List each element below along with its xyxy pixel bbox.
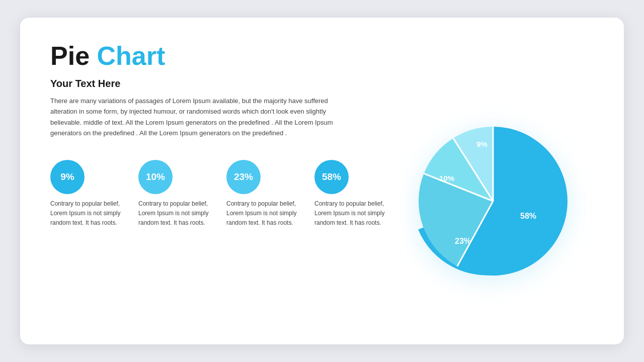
content-area: Your Text Here There are many variations…	[50, 78, 594, 324]
stat-desc-3: Contrary to popular belief, Lorem Ipsum …	[314, 199, 392, 228]
pie-label-23: 23%	[455, 237, 471, 245]
stat-item-1: 10% Contrary to popular belief, Lorem Ip…	[138, 160, 216, 228]
page-title: Pie Chart	[50, 43, 594, 69]
stat-circle-2: 23%	[226, 160, 261, 194]
stat-percent-0: 9%	[60, 171, 74, 183]
stat-item-3: 58% Contrary to popular belief, Lorem Ip…	[314, 160, 392, 228]
title-part2: Chart	[97, 41, 166, 70]
stat-circle-3: 58%	[314, 160, 349, 194]
stat-percent-1: 10%	[146, 171, 165, 183]
title-part1: Pie	[50, 41, 97, 70]
stat-percent-2: 23%	[234, 171, 253, 183]
left-column: Your Text Here There are many variations…	[50, 78, 392, 324]
stat-desc-2: Contrary to popular belief, Lorem Ipsum …	[226, 199, 304, 228]
stat-item-0: 9% Contrary to popular belief, Lorem Ips…	[50, 160, 128, 228]
stat-desc-0: Contrary to popular belief, Lorem Ipsum …	[50, 199, 128, 228]
stat-item-2: 23% Contrary to popular belief, Lorem Ip…	[226, 160, 304, 228]
pie-label-10: 10%	[439, 174, 454, 183]
subtitle: Your Text Here	[50, 78, 392, 89]
stat-desc-1: Contrary to popular belief, Lorem Ipsum …	[138, 199, 216, 228]
pie-label-58: 58%	[520, 212, 536, 220]
body-text: There are many variations of passages of…	[50, 96, 352, 139]
slide: Pie Chart Your Text Here There are many …	[20, 18, 624, 344]
pie-chart-container: 58% 23% 10% 9%	[413, 121, 574, 282]
right-column: 58% 23% 10% 9%	[392, 78, 594, 324]
stats-row: 9% Contrary to popular belief, Lorem Ips…	[50, 160, 392, 228]
pie-label-9: 9%	[476, 140, 488, 148]
stat-circle-0: 9%	[50, 160, 85, 194]
pie-chart-svg: 58% 23% 10% 9%	[413, 121, 574, 282]
stat-circle-1: 10%	[138, 160, 173, 194]
stat-percent-3: 58%	[322, 171, 341, 183]
